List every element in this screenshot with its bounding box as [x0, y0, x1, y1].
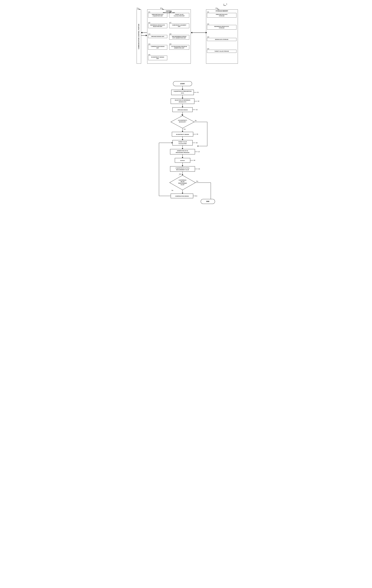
unit-134: DESIGN DATA STORAGE [207, 38, 236, 41]
unit-123: ARRANGE DESIGN UNIT [148, 35, 167, 38]
step-s9-label: S9 [198, 168, 200, 170]
unit-133: TARGET VALUE STORAGE [207, 50, 236, 53]
unit-128: NEW REFERENCE DESIGNDATA GENERATION UNIT [169, 35, 189, 40]
flowchart-svg: START ACQUISITION OF PRESCRIPTION DATA S… [145, 80, 227, 245]
svg-marker-14 [182, 106, 183, 107]
unit-131: PRESCRIPTION DATASTORAGE [207, 13, 236, 18]
unit-125: ECCENTRICITY DESIGNUNIT [148, 56, 167, 60]
step-s10-label: S10 [179, 173, 181, 175]
step-s7-label: S7 [198, 151, 200, 152]
unit-126: TARGET VALUECALCULATION UNIT [169, 13, 189, 18]
step-s6-label: S6 [196, 142, 198, 144]
svg-marker-46 [182, 157, 183, 158]
ref-131: 131 [207, 11, 236, 13]
ref-134: 134 [207, 36, 236, 38]
step-s1-label: S1 [197, 92, 199, 93]
ref-124: 124 [148, 43, 167, 45]
unit-124-area: 124 COMPENSATION DESIGNUNIT [148, 42, 167, 50]
svg-text:VALUE?: VALUE? [181, 184, 184, 185]
s10-no-label: No [171, 190, 173, 191]
ref-123: 123 [148, 33, 167, 35]
ref-12: 12 [160, 7, 162, 9]
s10-yes-label: Yes [196, 180, 198, 182]
svg-text:TARGET VALUE: TARGET VALUE [178, 141, 187, 142]
svg-marker-40 [182, 148, 183, 149]
svg-text:DESIGN DATA: DESIGN DATA [179, 101, 186, 103]
svg-text:GENERATION OF NC: GENERATION OF NC [177, 150, 188, 151]
svg-text:ARRANGE DESIGN: ARRANGE DESIGN [177, 109, 188, 111]
svg-text:OUTPUT: OUTPUT [180, 160, 185, 161]
svg-text:ECCENTRICITY DESIGN: ECCENTRICITY DESIGN [176, 134, 189, 135]
flowchart: START ACQUISITION OF PRESCRIPTION DATA S… [135, 78, 237, 245]
step-s5-label: S5 [197, 134, 198, 135]
unit-127: COMPARISON JUDGMENTUNIT [169, 23, 189, 28]
svg-text:COMPENSATION DESIGN: COMPENSATION DESIGN [175, 195, 189, 197]
svg-text:NECESSARY?: NECESSARY? [179, 121, 186, 123]
step-s8-label: S8 [194, 160, 195, 161]
svg-text:ACQUISITION OF PRESCRIPTION: ACQUISITION OF PRESCRIPTION [173, 91, 191, 92]
svg-marker-34 [182, 139, 183, 140]
svg-rect-41 [170, 149, 195, 154]
svg-rect-35 [172, 140, 192, 145]
unit-129: NC PROCESSING PROGRAMGENERATION UNIT [169, 45, 189, 50]
unit-134-area: 134 DESIGN DATA STORAGE [207, 35, 236, 41]
svg-text:PROCESSING PROGRAM: PROCESSING PROGRAM [176, 152, 189, 153]
step-s3-label: S3 [196, 109, 198, 110]
ref-133: 133 [207, 48, 236, 50]
ref-11: 11 [137, 7, 138, 9]
unit-127-area: 127 COMPARISON JUDGMENTUNIT [169, 21, 189, 28]
unit-122-area: 122 REFERENCE DESIGN DATASELECTION UNIT [148, 21, 167, 28]
ref-126: 126 [169, 11, 189, 13]
comm-control-box: COMMUNICATION CONTROL PORTION [137, 10, 141, 64]
unit-131-area: 131 PRESCRIPTION DATASTORAGE [207, 10, 236, 18]
ref-127: 127 [169, 22, 189, 23]
svg-text:PREDETERMINED: PREDETERMINED [178, 183, 187, 184]
comm-arrows [141, 32, 147, 36]
s4-no-label: No [195, 120, 197, 121]
s4-yes-label: Yes [183, 128, 186, 130]
ref-128: 128 [169, 33, 189, 35]
svg-marker-29 [182, 131, 183, 132]
block-diagram: 1 11 12 13 COMMUNICATION CONTROL PORTION… [135, 2, 237, 71]
ref-122: 122 [148, 22, 167, 23]
step-s11-label: S11 [195, 195, 197, 197]
svg-text:IS DIFFERENCE: IS DIFFERENCE [179, 179, 186, 181]
unit-123-area: 123 ARRANGE DESIGN UNIT [148, 32, 167, 38]
ref-13: 13 [215, 7, 217, 9]
ref-1: 1 [226, 3, 227, 5]
ref-132: 132 [207, 23, 236, 25]
unit-121: PRESCRIPTION DATAACQUISITION UNIT [148, 13, 167, 18]
unit-128-area: 128 NEW REFERENCE DESIGNDATA GENERATION … [169, 32, 189, 40]
svg-text:DATA: DATA [181, 92, 184, 94]
ref-129: 129 [169, 43, 189, 45]
unit-124: COMPENSATION DESIGNUNIT [148, 45, 167, 50]
cpu-storage-arrows [191, 32, 207, 33]
svg-text:MEASUREMENT VALUE: MEASUREMENT VALUE [176, 169, 189, 170]
svg-marker-51 [182, 165, 183, 166]
start-label: START [180, 83, 185, 84]
step-s4-label: S4 [181, 114, 183, 115]
step-s2-label: S2 [198, 101, 199, 102]
svg-text:BELOW: BELOW [181, 181, 184, 182]
svg-marker-27 [197, 145, 198, 147]
svg-marker-2 [182, 89, 183, 90]
ref-125: 125 [148, 54, 167, 55]
svg-text:IS ECCENTRICITY: IS ECCENTRICITY [178, 120, 187, 121]
unit-126-area: 126 TARGET VALUECALCULATION UNIT [169, 10, 189, 18]
unit-132-area: 132 REFERENCE DESIGN DATASTORAGE [207, 22, 236, 30]
unit-122: REFERENCE DESIGN DATASELECTION UNIT [148, 23, 167, 28]
svg-marker-8 [182, 98, 183, 99]
svg-text:CALCULATION: CALCULATION [179, 143, 187, 144]
end-label: END [206, 201, 209, 202]
comm-control-label: COMMUNICATION CONTROL PORTION [138, 24, 140, 49]
unit-132: REFERENCE DESIGN DATASTORAGE [207, 25, 236, 30]
svg-marker-57 [182, 174, 183, 175]
svg-marker-69 [182, 193, 183, 194]
svg-text:SELECTION OF REFERENCE: SELECTION OF REFERENCE [175, 99, 190, 101]
unit-133-area: 133 TARGET VALUE STORAGE [207, 47, 236, 53]
unit-121-area: 121 PRESCRIPTION DATAACQUISITION UNIT [148, 10, 167, 18]
diagram-container: 1 11 12 13 COMMUNICATION CONTROL PORTION… [135, 2, 237, 245]
unit-129-area: 129 NC PROCESSING PROGRAMGENERATION UNIT [169, 42, 189, 50]
svg-text:ACQUISITION OF ACTUAL: ACQUISITION OF ACTUAL [175, 167, 190, 168]
ref-121: 121 [148, 11, 167, 13]
